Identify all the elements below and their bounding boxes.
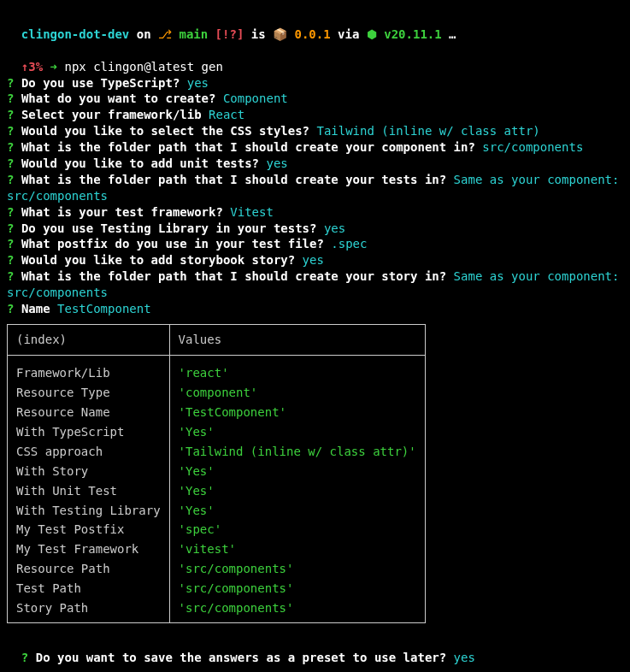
table-key: Test Path [8, 579, 170, 598]
table-row: Resource Name'TestComponent' [8, 403, 426, 422]
ellipsis: … [442, 27, 456, 41]
table-row: With TypeScript'Yes' [8, 422, 426, 442]
table-value: 'component' [169, 383, 425, 403]
answer-text: src/components [482, 140, 583, 154]
answer-text: React [209, 108, 244, 121]
table-key: Resource Type [8, 383, 170, 403]
table-value: 'Yes' [169, 462, 425, 481]
command-line[interactable]: ↑3% ➜ npx clingon@latest gen [7, 43, 623, 75]
answer-text: yes [454, 651, 475, 664]
prompt-line: ? Do you use Testing Library in your tes… [7, 221, 623, 237]
prompt-line: ? Would you like to add storybook story?… [7, 252, 623, 268]
battery-indicator: ↑3% [21, 60, 43, 74]
prompt-line: ? Do you use TypeScript? yes [7, 75, 623, 91]
answer-text: Component [223, 91, 288, 105]
question-text: Name [21, 302, 50, 315]
table-row: With Testing Library'Yes' [8, 501, 426, 521]
table-key: With Story [8, 462, 170, 481]
question-mark: ? [7, 76, 14, 90]
table-row: CSS approach'Tailwind (inline w/ class a… [8, 442, 426, 462]
table-header-row: (index) Values [8, 324, 426, 355]
table-key: Resource Name [8, 403, 170, 422]
question-text: What is the folder path that I should cr… [21, 140, 475, 154]
table-key: With Unit Test [8, 481, 170, 501]
table-value: 'src/components' [169, 559, 425, 579]
question-text: Would you like to select the CSS styles? [21, 124, 309, 138]
table-header-index: (index) [8, 324, 170, 355]
via-word: via [331, 27, 367, 41]
pkg-version: 0.0.1 [294, 27, 330, 41]
table-key: With TypeScript [8, 422, 170, 442]
table-row: My Test Postfix'spec' [8, 520, 426, 539]
question-mark: ? [7, 140, 14, 154]
answer-text: yes [266, 156, 287, 170]
question-mark: ? [7, 253, 14, 267]
question-mark: ? [7, 91, 14, 105]
table-value: 'react' [169, 363, 425, 383]
table-value: 'TestComponent' [169, 403, 425, 422]
table-key: Resource Path [8, 559, 170, 579]
question-mark: ? [7, 124, 14, 138]
question-mark: ? [7, 156, 14, 170]
question-mark: ? [7, 205, 14, 219]
answer-text: yes [187, 76, 209, 90]
prompt-line: ? What is the folder path that I should … [7, 139, 623, 156]
command-text: npx clingon@latest gen [64, 60, 222, 74]
prompt-line: ? What postfix do you use in your test f… [7, 236, 623, 252]
prompt-line: ? Would you like to select the CSS style… [7, 123, 623, 139]
prompt-line: ? What do you want to create? Component [7, 91, 623, 107]
answer-text: yes [303, 253, 324, 267]
table-row: With Story'Yes' [8, 462, 426, 481]
table-key: Framework/Lib [8, 363, 170, 383]
answer-text: .spec [331, 237, 367, 251]
question-text: Would you like to add unit tests? [21, 156, 259, 170]
table-key: Story Path [8, 598, 170, 618]
project-name: clingon-dot-dev [21, 27, 129, 41]
question-mark: ? [7, 237, 14, 251]
answer-text: Vitest [230, 205, 274, 219]
answer-text: Tailwind (inline w/ class attr) [316, 124, 539, 138]
summary-table: (index) Values Framework/Lib'react'Resou… [7, 324, 426, 623]
node-icon: ⬢ [367, 27, 384, 41]
on-word: on [129, 27, 158, 41]
package-icon: 📦 [273, 27, 287, 41]
answer-text: TestComponent [57, 302, 151, 315]
git-branch-icon: ⎇ [158, 27, 172, 41]
table-key: CSS approach [8, 442, 170, 462]
table-value: 'vitest' [169, 539, 425, 559]
question-mark: ? [7, 108, 14, 121]
interactive-prompts: ? Do you use TypeScript? yes? What do yo… [7, 75, 623, 317]
is-word: is [244, 27, 273, 41]
question-text: What is your test framework? [21, 205, 223, 219]
answer-text: yes [324, 221, 345, 235]
table-key: With Testing Library [8, 501, 170, 521]
question-text: Would you like to add storybook story? [21, 253, 295, 267]
table-header-values: Values [169, 324, 425, 355]
question-mark: ? [21, 651, 28, 664]
question-mark: ? [7, 302, 14, 315]
question-text: What do you want to create? [21, 91, 216, 105]
table-row: My Test Framework'vitest' [8, 539, 426, 559]
question-text: Do you use Testing Library in your tests… [21, 221, 317, 235]
question-text: What is the folder path that I should cr… [21, 269, 446, 283]
table-value: 'src/components' [169, 598, 425, 618]
git-status: [!?] [215, 27, 244, 41]
prompt-line: ? What is the folder path that I should … [7, 172, 623, 204]
table-row: Resource Path'src/components' [8, 559, 426, 579]
table-key: My Test Framework [8, 539, 170, 559]
prompt-line: ? Select your framework/lib React [7, 107, 623, 123]
table-value: 'Yes' [169, 481, 425, 501]
question-mark: ? [7, 269, 14, 283]
table-value: 'spec' [169, 520, 425, 539]
question-mark: ? [7, 221, 14, 235]
preset-name-prompt: ? Preset name: react-full-component-w-te… [7, 666, 623, 672]
question-text: What postfix do you use in your test fil… [21, 237, 324, 251]
table-row: Test Path'src/components' [8, 579, 426, 598]
prompt-line: ? What is your test framework? Vitest [7, 204, 623, 221]
node-version: v20.11.1 [384, 27, 441, 41]
table-value: 'Yes' [169, 422, 425, 442]
question-text: Do you want to save the answers as a pre… [36, 651, 446, 664]
save-preset-prompt: ? Do you want to save the answers as a p… [7, 634, 623, 666]
question-text: What is the folder path that I should cr… [21, 173, 446, 186]
table-row: With Unit Test'Yes' [8, 481, 426, 501]
